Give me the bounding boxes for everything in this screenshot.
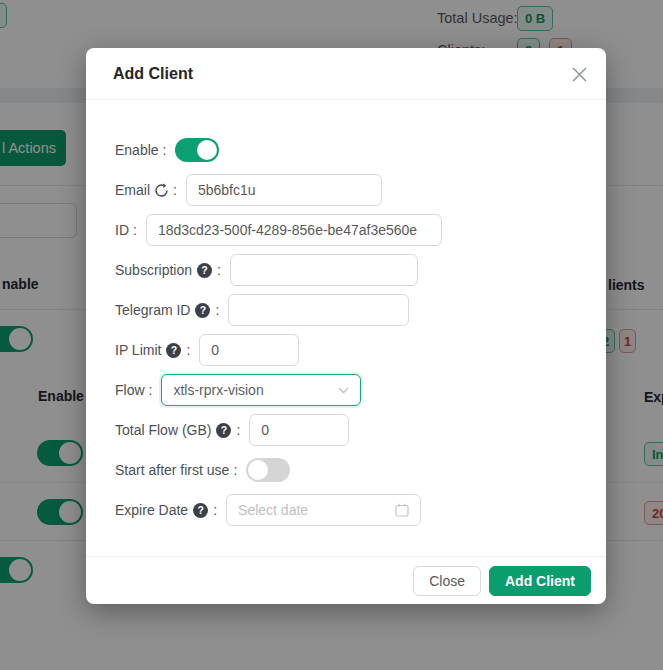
question-icon: ? xyxy=(195,303,210,318)
id-field-row: ID: xyxy=(115,214,582,246)
id-label-text: ID xyxy=(115,222,129,238)
chevron-down-icon xyxy=(338,387,349,394)
total-flow-field-row: Total Flow (GB) ? : xyxy=(115,414,582,446)
modal-body: Enable: Email : xyxy=(86,100,606,556)
colon: : xyxy=(173,182,177,198)
colon: : xyxy=(236,422,240,438)
toggle-knob xyxy=(197,140,217,160)
subscription-label-text: Subscription xyxy=(115,262,192,278)
question-icon: ? xyxy=(193,503,208,518)
colon: : xyxy=(163,142,167,158)
flow-label: Flow: xyxy=(115,382,152,398)
colon: : xyxy=(217,262,221,278)
ip-limit-field-row: IP Limit ? : xyxy=(115,334,582,366)
email-input[interactable] xyxy=(186,174,382,206)
enable-field-row: Enable: xyxy=(115,134,582,166)
start-after-first-use-label: Start after first use: xyxy=(115,462,237,478)
expire-date-picker[interactable]: Select date xyxy=(226,494,421,526)
calendar-icon xyxy=(395,503,409,517)
refresh-icon[interactable] xyxy=(154,183,169,198)
telegram-id-label-text: Telegram ID xyxy=(115,302,190,318)
colon: : xyxy=(213,502,217,518)
toggle-knob xyxy=(248,460,268,480)
email-label: Email : xyxy=(115,182,177,198)
question-icon: ? xyxy=(197,263,212,278)
question-icon: ? xyxy=(166,343,181,358)
ip-limit-label: IP Limit ? : xyxy=(115,342,190,358)
add-client-button[interactable]: Add Client xyxy=(489,566,591,596)
email-label-text: Email xyxy=(115,182,150,198)
flow-field-row: Flow: xtls-rprx-vision xyxy=(115,374,582,406)
colon: : xyxy=(149,382,153,398)
telegram-id-field-row: Telegram ID ? : xyxy=(115,294,582,326)
id-label: ID: xyxy=(115,222,137,238)
enable-label: Enable: xyxy=(115,142,166,158)
enable-toggle[interactable] xyxy=(175,138,219,162)
colon: : xyxy=(133,222,137,238)
subscription-label: Subscription ? : xyxy=(115,262,221,278)
colon: : xyxy=(215,302,219,318)
total-flow-input[interactable] xyxy=(249,414,349,446)
subscription-field-row: Subscription ? : xyxy=(115,254,582,286)
start-after-first-use-label-text: Start after first use xyxy=(115,462,229,478)
id-input[interactable] xyxy=(146,214,442,246)
telegram-id-input[interactable] xyxy=(228,294,409,326)
page: Total Usage: 0 B Clients: 2 1 l Actions … xyxy=(0,0,663,670)
total-flow-label: Total Flow (GB) ? : xyxy=(115,422,240,438)
flow-select[interactable]: xtls-rprx-vision xyxy=(161,374,361,406)
start-after-first-use-row: Start after first use: xyxy=(115,454,582,486)
colon: : xyxy=(233,462,237,478)
subscription-input[interactable] xyxy=(230,254,418,286)
total-flow-label-text: Total Flow (GB) xyxy=(115,422,211,438)
expire-date-label: Expire Date ? : xyxy=(115,502,217,518)
close-icon[interactable] xyxy=(570,65,588,83)
colon: : xyxy=(186,342,190,358)
modal-header: Add Client xyxy=(86,48,606,100)
flow-label-text: Flow xyxy=(115,382,145,398)
expire-date-field-row: Expire Date ? : Select date xyxy=(115,494,582,526)
question-icon: ? xyxy=(216,423,231,438)
modal-footer: Close Add Client xyxy=(86,556,606,604)
ip-limit-input[interactable] xyxy=(199,334,299,366)
ip-limit-label-text: IP Limit xyxy=(115,342,161,358)
enable-label-text: Enable xyxy=(115,142,159,158)
expire-date-label-text: Expire Date xyxy=(115,502,188,518)
telegram-id-label: Telegram ID ? : xyxy=(115,302,219,318)
expire-date-placeholder: Select date xyxy=(238,502,308,518)
start-after-first-use-toggle[interactable] xyxy=(246,458,290,482)
close-button[interactable]: Close xyxy=(413,566,481,596)
add-client-modal: Add Client Enable: Email xyxy=(86,48,606,604)
email-field-row: Email : xyxy=(115,174,582,206)
flow-select-value: xtls-rprx-vision xyxy=(173,382,263,398)
modal-title: Add Client xyxy=(113,65,193,83)
